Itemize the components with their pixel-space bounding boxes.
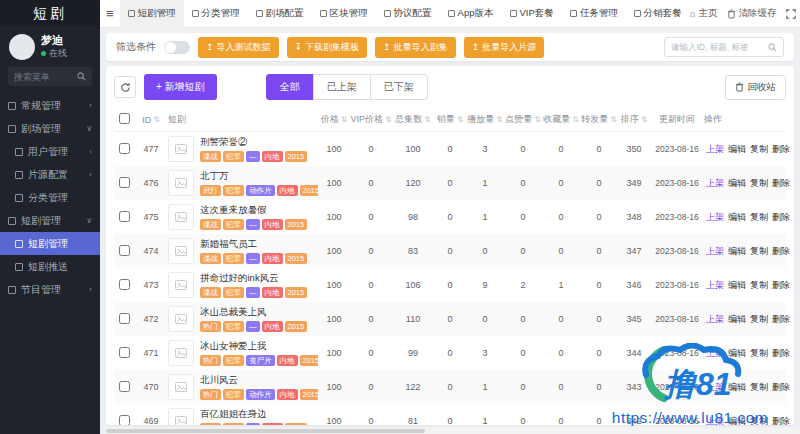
sort-icon[interactable]: ⇅ — [385, 115, 392, 124]
cover-thumbnail[interactable] — [168, 374, 194, 400]
action-delete[interactable]: 删除 — [772, 245, 790, 258]
row-checkbox[interactable] — [119, 415, 130, 426]
tab-drama-manage[interactable]: 短剧管理 — [120, 0, 184, 28]
sidebar-item-drama-manage[interactable]: 短剧管理 — [0, 232, 100, 255]
clear-cache-button[interactable]: 清除缓存 — [727, 7, 777, 20]
sort-icon[interactable]: ⇅ — [641, 115, 648, 124]
action-copy[interactable]: 复制 — [750, 313, 768, 326]
action-edit[interactable]: 编辑 — [728, 211, 746, 224]
sort-icon[interactable]: ⇅ — [153, 115, 160, 124]
download-template-button[interactable]: ↧下载剧集模板 — [287, 37, 368, 58]
sidebar-item-program[interactable]: 节目管理‹ — [0, 278, 100, 301]
col-order[interactable]: 排序⇅ — [618, 113, 650, 126]
row-checkbox[interactable] — [119, 143, 130, 154]
action-delete[interactable]: 删除 — [772, 211, 790, 224]
action-delete[interactable]: 删除 — [772, 279, 790, 292]
sidebar-item-categories[interactable]: 分类管理 — [0, 186, 100, 209]
add-drama-button[interactable]: + 新增短剧 — [144, 74, 217, 100]
cover-thumbnail[interactable] — [168, 306, 194, 332]
cover-thumbnail[interactable] — [168, 136, 194, 162]
tab-block-manage[interactable]: 区块管理 — [312, 0, 376, 28]
sidebar-item-source-config[interactable]: 片源配置‹ — [0, 163, 100, 186]
filter-toggle[interactable] — [164, 41, 190, 54]
tab-category-manage[interactable]: 分类管理 — [184, 0, 248, 28]
action-on-shelf[interactable]: 上架 — [706, 177, 724, 190]
cover-thumbnail[interactable] — [168, 238, 194, 264]
action-on-shelf[interactable]: 上架 — [706, 143, 724, 156]
segment-on-shelf[interactable]: 已上架 — [313, 74, 371, 100]
row-checkbox[interactable] — [119, 313, 130, 324]
tab-task-manage[interactable]: 任务管理 — [562, 0, 626, 28]
tab-theater-config[interactable]: 剧场配置 — [248, 0, 312, 28]
sidebar-item-general[interactable]: 常规管理‹ — [0, 94, 100, 117]
batch-import-sources-button[interactable]: ↥批量导入片源 — [464, 37, 545, 58]
home-button[interactable]: ⌂主页 — [690, 7, 718, 20]
fullscreen-icon[interactable] — [786, 9, 796, 19]
action-delete[interactable]: 删除 — [772, 143, 790, 156]
row-checkbox[interactable] — [119, 177, 130, 188]
action-edit[interactable]: 编辑 — [728, 143, 746, 156]
col-vip-price[interactable]: VIP价格⇅ — [350, 113, 392, 126]
cover-thumbnail[interactable] — [168, 272, 194, 298]
action-on-shelf[interactable]: 上架 — [706, 279, 724, 292]
cover-thumbnail[interactable] — [168, 204, 194, 230]
sort-icon[interactable]: ⇅ — [424, 115, 431, 124]
refresh-button[interactable] — [114, 76, 136, 98]
import-test-data-button[interactable]: ↥导入测试数据 — [198, 37, 279, 58]
sidebar-item-drama-push[interactable]: 短剧推送 — [0, 255, 100, 278]
action-on-shelf[interactable]: 上架 — [706, 245, 724, 258]
action-on-shelf[interactable]: 上架 — [706, 211, 724, 224]
sidebar-item-drama-group[interactable]: 短剧管理∨ — [0, 209, 100, 232]
col-favorites[interactable]: 收藏量⇅ — [542, 113, 580, 126]
sort-icon[interactable]: ⇅ — [534, 115, 541, 124]
action-delete[interactable]: 删除 — [772, 313, 790, 326]
row-checkbox[interactable] — [119, 347, 130, 358]
sort-icon[interactable]: ⇅ — [496, 115, 503, 124]
select-all-checkbox[interactable] — [119, 113, 130, 124]
segment-all[interactable]: 全部 — [266, 74, 314, 100]
row-checkbox[interactable] — [119, 245, 130, 256]
horizontal-scrollbar[interactable] — [106, 428, 800, 434]
batch-import-episodes-button[interactable]: ↥批量导入剧集 — [375, 37, 456, 58]
action-copy[interactable]: 复制 — [750, 211, 768, 224]
action-copy[interactable]: 复制 — [750, 279, 768, 292]
action-edit[interactable]: 编辑 — [728, 313, 746, 326]
col-shares[interactable]: 转发量⇅ — [580, 113, 618, 126]
tab-distribution-package[interactable]: 分销套餐 — [626, 0, 690, 28]
action-on-shelf[interactable]: 上架 — [706, 313, 724, 326]
tab-vip-package[interactable]: VIP套餐 — [502, 0, 562, 28]
action-copy[interactable]: 复制 — [750, 177, 768, 190]
sort-icon[interactable]: ⇅ — [341, 115, 348, 124]
col-likes[interactable]: 点赞量⇅ — [504, 113, 542, 126]
row-checkbox[interactable] — [119, 279, 130, 290]
segment-off-shelf[interactable]: 已下架 — [370, 74, 428, 100]
action-delete[interactable]: 删除 — [772, 177, 790, 190]
cover-thumbnail[interactable] — [168, 340, 194, 366]
col-sales[interactable]: 销量⇅ — [434, 113, 466, 126]
col-price[interactable]: 价格⇅ — [318, 113, 350, 126]
tab-protocol-config[interactable]: 协议配置 — [376, 0, 440, 28]
sort-icon[interactable]: ⇅ — [457, 115, 464, 124]
sidebar-item-users[interactable]: 用户管理‹ — [0, 140, 100, 163]
table-search-input[interactable] — [671, 42, 764, 52]
cover-thumbnail[interactable] — [168, 170, 194, 196]
action-edit[interactable]: 编辑 — [728, 245, 746, 258]
action-copy[interactable]: 复制 — [750, 143, 768, 156]
action-copy[interactable]: 复制 — [750, 245, 768, 258]
recycle-bin-button[interactable]: 回收站 — [725, 75, 787, 100]
scrollbar-thumb[interactable] — [106, 429, 425, 433]
action-edit[interactable]: 编辑 — [728, 177, 746, 190]
avatar[interactable] — [9, 34, 35, 60]
action-edit[interactable]: 编辑 — [728, 279, 746, 292]
hamburger-icon[interactable]: ≡ — [106, 6, 114, 21]
sort-icon[interactable]: ⇅ — [572, 115, 579, 124]
sidebar-item-theater[interactable]: 剧场管理∨ — [0, 117, 100, 140]
sort-icon[interactable]: ⇅ — [610, 115, 617, 124]
tab-app-version[interactable]: App版本 — [440, 0, 502, 28]
col-episodes[interactable]: 总集数⇅ — [392, 113, 434, 126]
cover-thumbnail[interactable] — [168, 408, 194, 425]
sidebar-search-input[interactable] — [14, 72, 74, 82]
row-checkbox[interactable] — [119, 211, 130, 222]
col-plays[interactable]: 播放量⇅ — [466, 113, 504, 126]
row-checkbox[interactable] — [119, 381, 130, 392]
